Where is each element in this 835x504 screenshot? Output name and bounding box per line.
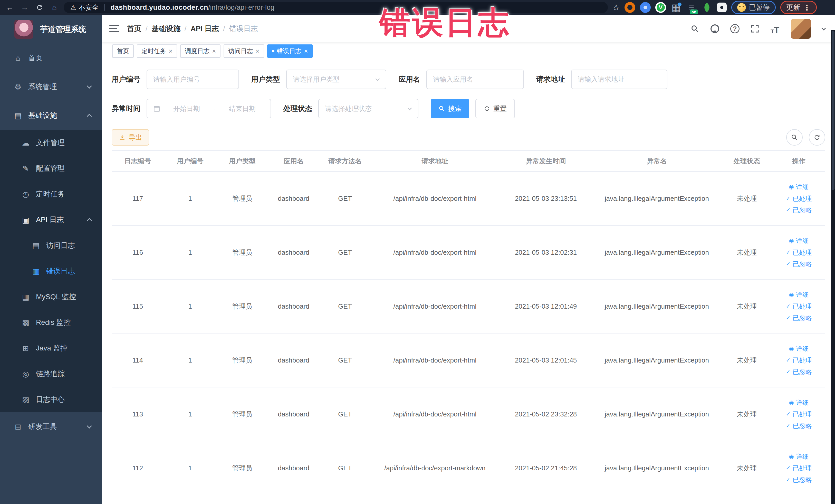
action-详细[interactable]: ◉详细 xyxy=(774,237,823,245)
action-详细[interactable]: ◉详细 xyxy=(774,399,823,407)
github-icon[interactable] xyxy=(709,23,720,35)
sidebar-item-api-log[interactable]: ▣API 日志 xyxy=(0,207,102,233)
action-已忽略[interactable]: ✓已忽略 xyxy=(774,476,823,484)
search-icon[interactable] xyxy=(689,23,700,35)
sidebar-item-java[interactable]: ⊞Java 监控 xyxy=(0,335,102,361)
sidebar-item-devtools[interactable]: ⊟研发工具 xyxy=(0,412,102,441)
sidebar-collapse-icon[interactable] xyxy=(109,25,119,33)
action-已忽略[interactable]: ✓已忽略 xyxy=(774,368,823,376)
watermark-title: 错误日志 xyxy=(380,2,511,44)
blue-pin-extension-icon[interactable] xyxy=(640,2,651,13)
export-button[interactable]: 导出 xyxy=(111,129,149,146)
action-已处理[interactable]: ✓已处理 xyxy=(774,410,823,419)
cell-id: 114 xyxy=(111,333,164,387)
action-详细[interactable]: ◉详细 xyxy=(774,291,823,299)
font-size-icon[interactable]: TT xyxy=(769,23,780,35)
forward-icon[interactable]: → xyxy=(19,2,30,13)
action-已忽略[interactable]: ✓已忽略 xyxy=(774,206,823,215)
user-type-select[interactable]: 请选择用户类型 xyxy=(286,69,386,89)
action-详细[interactable]: ◉详细 xyxy=(774,183,823,191)
tag-定时任务[interactable]: 定时任务× xyxy=(137,44,177,58)
action-已处理[interactable]: ✓已处理 xyxy=(774,194,823,203)
action-已忽略[interactable]: ✓已忽略 xyxy=(774,422,823,430)
sidebar-item-error-log[interactable]: ▥错误日志 xyxy=(0,258,102,284)
scrollbar-thumb[interactable] xyxy=(832,31,834,190)
docs-help-icon[interactable]: ? xyxy=(729,23,740,35)
chevron-up-icon xyxy=(87,114,92,119)
sidebar-item-system[interactable]: ⚙系统管理 xyxy=(0,73,102,101)
fullscreen-icon[interactable] xyxy=(749,23,760,35)
sidebar-item-label: 链路追踪 xyxy=(36,369,65,379)
reset-button[interactable]: 重置 xyxy=(475,99,515,118)
toggle-search-button[interactable] xyxy=(786,129,803,146)
browser-update-button[interactable]: 更新 ⋮ xyxy=(780,1,817,14)
grid-extension-icon[interactable] xyxy=(671,2,681,13)
user-id-input[interactable]: 请输入用户编号 xyxy=(147,69,239,89)
search-button[interactable]: 搜索 xyxy=(431,99,469,118)
tag-访问日志[interactable]: 访问日志× xyxy=(224,44,264,58)
security-indicator[interactable]: ⚠ 不安全 xyxy=(70,3,99,12)
column-header: 操作 xyxy=(772,150,825,172)
action-已处理[interactable]: ✓已处理 xyxy=(774,302,823,311)
cell-status: 未处理 xyxy=(721,441,772,495)
exception-time-range-picker[interactable]: 开始日期 - 结束日期 xyxy=(147,99,271,118)
cell-id: 112 xyxy=(111,441,164,495)
action-已忽略[interactable]: ✓已忽略 xyxy=(774,314,823,322)
tag-首页[interactable]: 首页 xyxy=(112,44,134,58)
app-name-input[interactable]: 请输入应用名 xyxy=(426,69,524,89)
avatar[interactable] xyxy=(791,19,811,39)
sidebar-item-home[interactable]: ⌂首页 xyxy=(0,44,102,73)
bookmark-star-icon[interactable]: ☆ xyxy=(612,3,620,12)
table-row: 1131管理员dashboardGET/api/infra/db-doc/exp… xyxy=(111,387,825,441)
sidebar-logo-row[interactable]: 芋道管理系统 xyxy=(0,15,102,44)
close-icon[interactable]: × xyxy=(212,48,216,55)
sidebar-item-job[interactable]: ◷定时任务 xyxy=(0,181,102,207)
cell-app: dashboard xyxy=(268,441,319,495)
sidebar-item-access-log[interactable]: ▤访问日志 xyxy=(0,233,102,258)
check-icon: ✓ xyxy=(786,369,790,375)
breadcrumb-item[interactable]: API 日志 xyxy=(191,24,219,34)
address-bar[interactable]: ⚠ 不安全 dashboard.yudao.iocoder.cn/infra/l… xyxy=(64,2,608,13)
breadcrumb-item[interactable]: 首页 xyxy=(127,24,141,34)
breadcrumb-separator: / xyxy=(223,25,225,33)
action-已处理[interactable]: ✓已处理 xyxy=(774,248,823,257)
column-header: 请求方法名 xyxy=(319,150,371,172)
menu-kebab-icon[interactable]: ⋮ xyxy=(803,3,811,12)
refresh-button[interactable] xyxy=(809,129,825,146)
sidebar-item-trace[interactable]: ◎链路追踪 xyxy=(0,361,102,387)
back-icon[interactable]: ← xyxy=(4,2,15,13)
browser-scrollbar[interactable] xyxy=(831,30,835,504)
sidebar-item-infra[interactable]: ▤基础设施 xyxy=(0,101,102,130)
chevron-down-icon[interactable] xyxy=(822,26,826,30)
sidebar-item-file[interactable]: ☁文件管理 xyxy=(0,130,102,156)
green-leaf-extension-icon[interactable] xyxy=(701,2,712,13)
cell-url: /api/infra/db-doc/export-html xyxy=(371,333,499,387)
action-详细[interactable]: ◉详细 xyxy=(774,452,823,461)
breadcrumb-item[interactable]: 基础设施 xyxy=(152,24,180,34)
action-已处理[interactable]: ✓已处理 xyxy=(774,464,823,472)
action-详细[interactable]: ◉详细 xyxy=(774,345,823,353)
home-browser-icon[interactable]: ⌂ xyxy=(49,2,60,13)
sidebar-item-mysql[interactable]: ▦MySQL 监控 xyxy=(0,284,102,310)
request-url-input[interactable]: 请输入请求地址 xyxy=(571,69,667,89)
cell-method: GET xyxy=(319,441,371,495)
reload-icon[interactable] xyxy=(34,2,45,13)
tag-错误日志[interactable]: 错误日志× xyxy=(267,44,313,58)
sidebar-item-redis[interactable]: ▩Redis 监控 xyxy=(0,310,102,335)
orange-ring-extension-icon[interactable] xyxy=(625,2,635,13)
action-已处理[interactable]: ✓已处理 xyxy=(774,356,823,365)
paused-extension-pill[interactable]: 已暂停 xyxy=(731,1,776,14)
process-status-select[interactable]: 请选择处理状态 xyxy=(318,99,419,118)
close-icon[interactable]: × xyxy=(304,48,308,55)
puzzle-extension-icon[interactable] xyxy=(717,3,727,12)
sidebar-item-label: API 日志 xyxy=(36,215,64,225)
green-v-extension-icon[interactable] xyxy=(655,2,666,13)
tag-调度日志[interactable]: 调度日志× xyxy=(180,44,221,58)
sidebar-item-config[interactable]: ✎配置管理 xyxy=(0,156,102,181)
close-icon[interactable]: × xyxy=(256,48,259,55)
close-icon[interactable]: × xyxy=(169,48,172,55)
table-row: 1161管理员dashboardGET/api/infra/db-doc/exp… xyxy=(111,225,825,279)
dark-on-extension-icon[interactable] xyxy=(686,2,697,13)
sidebar-item-log-center[interactable]: ▨日志中心 xyxy=(0,387,102,412)
action-已忽略[interactable]: ✓已忽略 xyxy=(774,260,823,268)
